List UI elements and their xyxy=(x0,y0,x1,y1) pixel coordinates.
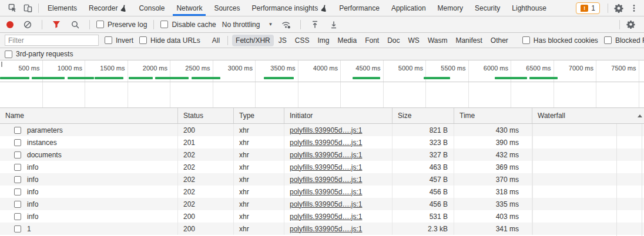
column-header-type[interactable]: Type xyxy=(234,108,284,123)
cell-waterfall[interactable] xyxy=(532,173,533,186)
initiator-link[interactable]: polyfills.939905d….js:1 xyxy=(290,176,362,184)
cell-waterfall[interactable] xyxy=(532,222,533,235)
network-conditions-button[interactable] xyxy=(279,17,294,32)
request-name[interactable]: info xyxy=(27,200,38,208)
cell-waterfall[interactable] xyxy=(532,161,533,173)
table-row[interactable]: parameters 200 xhr polyfills.939905d….js… xyxy=(0,124,644,136)
table-row[interactable]: documents 202 xhr polyfills.939905d….js:… xyxy=(0,149,644,161)
cell-waterfall[interactable] xyxy=(532,210,533,222)
tab-console[interactable]: Console xyxy=(133,0,170,16)
row-checkbox[interactable] xyxy=(14,213,21,220)
table-row[interactable]: info 202 xhr polyfills.939905d….js:1 457… xyxy=(0,173,644,186)
initiator-link[interactable]: polyfills.939905d….js:1 xyxy=(290,151,362,159)
initiator-link[interactable]: polyfills.939905d….js:1 xyxy=(290,139,362,147)
table-row[interactable]: instances 201 xhr polyfills.939905d….js:… xyxy=(0,136,644,149)
tab-memory[interactable]: Memory xyxy=(432,0,469,16)
export-har-button[interactable] xyxy=(326,17,341,32)
search-button[interactable] xyxy=(68,17,83,32)
more-options-button[interactable] xyxy=(626,1,642,16)
request-name[interactable]: info xyxy=(27,188,38,196)
row-checkbox[interactable] xyxy=(14,188,21,195)
device-toolbar-button[interactable] xyxy=(20,1,35,16)
has-blocked-cookies-checkbox[interactable] xyxy=(522,36,530,44)
tab-recorder[interactable]: Recorder xyxy=(83,0,133,16)
request-name[interactable]: instances xyxy=(27,139,57,147)
filter-button[interactable] xyxy=(49,17,64,32)
hide-data-urls-toggle[interactable]: Hide data URLs xyxy=(139,36,200,45)
issues-counter[interactable]: ! 1 xyxy=(576,2,600,14)
table-row[interactable]: info 202 xhr polyfills.939905d….js:1 456… xyxy=(0,198,644,210)
third-party-checkbox[interactable] xyxy=(5,50,12,58)
overview-resize-handle[interactable] xyxy=(1,62,2,67)
filter-type-img[interactable]: Img xyxy=(314,35,333,46)
devtools-settings-button[interactable] xyxy=(611,1,626,16)
table-row[interactable]: 1 200 xhr polyfills.939905d….js:1 2.3 kB… xyxy=(0,222,644,235)
table-row[interactable]: info 202 xhr polyfills.939905d….js:1 463… xyxy=(0,161,644,173)
third-party-toggle[interactable]: 3rd-party requests xyxy=(5,50,73,58)
initiator-link[interactable]: polyfills.939905d….js:1 xyxy=(290,188,362,196)
tab-application[interactable]: Application xyxy=(385,0,432,16)
filter-type-manifest[interactable]: Manifest xyxy=(452,35,485,46)
request-name[interactable]: info xyxy=(27,213,38,221)
initiator-link[interactable]: polyfills.939905d….js:1 xyxy=(290,126,362,134)
disable-cache-checkbox[interactable] xyxy=(160,21,168,28)
has-blocked-cookies-toggle[interactable]: Has blocked cookies xyxy=(522,36,598,45)
preserve-log-checkbox[interactable] xyxy=(96,21,104,28)
request-name[interactable]: info xyxy=(27,176,38,184)
inspect-element-button[interactable] xyxy=(5,1,20,16)
request-name[interactable]: documents xyxy=(27,151,62,159)
initiator-link[interactable]: polyfills.939905d….js:1 xyxy=(290,213,362,221)
preserve-log-toggle[interactable]: Preserve log xyxy=(96,21,147,29)
column-header-waterfall[interactable]: Waterfall xyxy=(532,108,644,123)
column-header-time[interactable]: Time xyxy=(454,108,532,123)
filter-type-all[interactable]: All xyxy=(209,35,223,46)
invert-checkbox[interactable] xyxy=(105,36,112,44)
table-row[interactable]: info 202 xhr polyfills.939905d….js:1 456… xyxy=(0,186,644,198)
row-checkbox[interactable] xyxy=(14,127,21,134)
initiator-link[interactable]: polyfills.939905d….js:1 xyxy=(290,200,362,208)
row-checkbox[interactable] xyxy=(14,164,21,171)
cell-waterfall[interactable] xyxy=(532,136,533,149)
clear-button[interactable] xyxy=(20,17,35,32)
tab-elements[interactable]: Elements xyxy=(42,0,83,16)
filter-type-js[interactable]: JS xyxy=(275,35,290,46)
tab-performance[interactable]: Performance xyxy=(333,0,385,16)
cell-waterfall[interactable] xyxy=(532,124,533,136)
initiator-link[interactable]: polyfills.939905d….js:1 xyxy=(290,225,362,233)
filter-input[interactable] xyxy=(5,35,99,46)
column-header-initiator[interactable]: Initiator xyxy=(284,108,393,123)
timeline-overview[interactable]: 500 ms1000 ms1500 ms2000 ms2500 ms3000 m… xyxy=(0,60,644,108)
blocked-requests-checkbox[interactable] xyxy=(604,36,612,44)
filter-type-wasm[interactable]: Wasm xyxy=(424,35,451,46)
tab-sources[interactable]: Sources xyxy=(208,0,246,16)
request-name[interactable]: info xyxy=(27,163,38,171)
record-icon[interactable] xyxy=(6,21,14,28)
request-name[interactable]: 1 xyxy=(27,225,31,233)
tab-network[interactable]: Network xyxy=(170,0,208,16)
filter-type-other[interactable]: Other xyxy=(487,35,512,46)
row-checkbox[interactable] xyxy=(14,176,21,183)
row-checkbox[interactable] xyxy=(14,139,21,146)
tab-lighthouse[interactable]: Lighthouse xyxy=(506,0,552,16)
filter-type-fetch-xhr[interactable]: Fetch/XHR xyxy=(232,35,274,46)
filter-type-media[interactable]: Media xyxy=(334,35,360,46)
tab-security[interactable]: Security xyxy=(469,0,506,16)
request-name[interactable]: parameters xyxy=(27,126,63,134)
network-settings-button[interactable] xyxy=(623,17,638,32)
column-header-name[interactable]: Name xyxy=(0,108,178,123)
hide-data-urls-checkbox[interactable] xyxy=(139,36,147,44)
row-checkbox[interactable] xyxy=(14,151,21,159)
filter-type-doc[interactable]: Doc xyxy=(384,35,403,46)
cell-waterfall[interactable] xyxy=(532,198,533,210)
filter-type-ws[interactable]: WS xyxy=(405,35,423,46)
cell-waterfall[interactable] xyxy=(532,186,533,198)
initiator-link[interactable]: polyfills.939905d….js:1 xyxy=(290,163,362,171)
column-header-status[interactable]: Status xyxy=(178,108,234,123)
tab-performance-insights[interactable]: Performance insights xyxy=(246,0,333,16)
invert-toggle[interactable]: Invert xyxy=(105,36,133,45)
table-row[interactable]: info 200 xhr polyfills.939905d….js:1 531… xyxy=(0,210,644,222)
column-header-size[interactable]: Size xyxy=(393,108,454,123)
blocked-requests-toggle[interactable]: Blocked Requests xyxy=(604,36,644,45)
row-checkbox[interactable] xyxy=(14,225,21,232)
cell-waterfall[interactable] xyxy=(532,149,533,161)
